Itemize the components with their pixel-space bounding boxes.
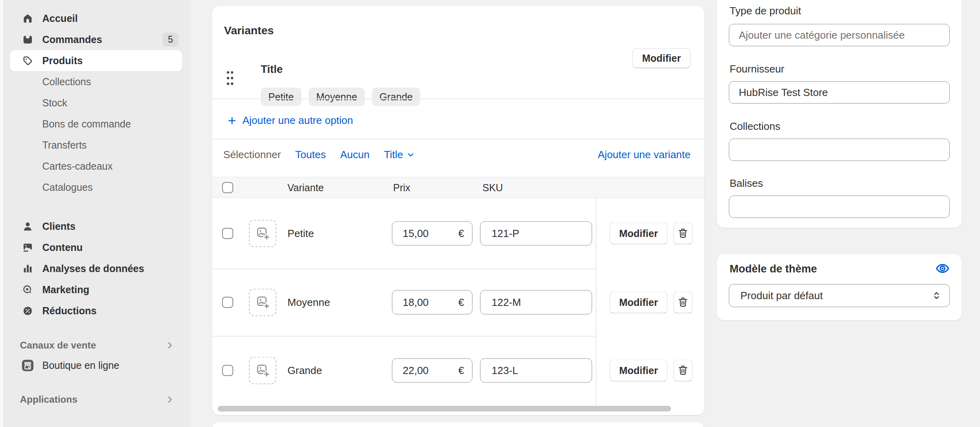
sidebar-item-collections[interactable]: Collections [3, 71, 191, 92]
price-input[interactable] [392, 227, 448, 239]
price-input[interactable] [392, 364, 448, 376]
sidebar-item-commandes[interactable]: Commandes 5 [3, 29, 191, 50]
sidebar-item-boutique-en-ligne[interactable]: Boutique en ligne [3, 353, 191, 377]
chevron-down-icon [406, 151, 415, 159]
add-option-link[interactable]: Ajouter une autre option [227, 114, 353, 127]
sidebar-item-clients[interactable]: Clients [3, 216, 191, 237]
discount-icon [22, 306, 33, 316]
orders-icon [22, 34, 33, 45]
delete-variant-button[interactable] [673, 222, 693, 244]
plus-icon [227, 116, 237, 125]
preview-button[interactable] [934, 260, 951, 277]
tag-icon [22, 55, 33, 66]
person-icon [22, 221, 33, 232]
sidebar-item-bons-de-commande[interactable]: Bons de commande [3, 114, 191, 135]
option-filter-label: Title [384, 149, 403, 161]
product-type-input[interactable] [729, 24, 950, 46]
add-image-placeholder[interactable] [249, 219, 276, 247]
marketing-icon [22, 284, 33, 295]
divider [596, 198, 596, 410]
trash-icon [677, 364, 689, 376]
add-option-label: Ajouter une autre option [242, 114, 353, 127]
sidebar-item-reductions[interactable]: Réductions [3, 300, 191, 321]
price-field: € [392, 221, 472, 245]
option-value-chip: Moyenne [309, 88, 365, 106]
sidebar-item-contenu[interactable]: Contenu [3, 237, 191, 258]
column-header-sku: SKU [482, 182, 503, 193]
eye-icon [935, 261, 950, 276]
sales-channels-header[interactable]: Canaux de vente [3, 337, 191, 353]
price-field: € [392, 290, 472, 314]
option-filter-dropdown[interactable]: Title [384, 149, 415, 161]
tags-input[interactable] [729, 196, 950, 218]
row-checkbox[interactable] [222, 297, 233, 308]
column-header-variant: Variante [287, 182, 324, 193]
option-name: Title [261, 63, 283, 76]
sku-input[interactable] [480, 290, 592, 314]
sidebar-subitem-label: Bons de commande [42, 118, 131, 130]
add-image-placeholder[interactable] [249, 288, 276, 316]
sidebar-subitem-label: Cartes-cadeaux [42, 161, 112, 172]
chevron-right-icon [165, 341, 175, 350]
sidebar-subitem-label: Catalogues [42, 182, 92, 193]
home-icon [22, 13, 33, 24]
select-all-checkbox[interactable] [222, 182, 233, 193]
orders-count-badge: 5 [162, 33, 179, 47]
card-title: Modèle de thème [730, 263, 817, 275]
row-checkbox[interactable] [222, 365, 233, 376]
delete-variant-button[interactable] [673, 291, 693, 313]
table-row: Grande € Modifier [212, 336, 704, 405]
currency-suffix: € [459, 296, 464, 308]
edit-variant-button[interactable]: Modifier [610, 222, 667, 244]
selected-option: Produit par défaut [740, 290, 823, 302]
edit-variant-button[interactable]: Modifier [610, 291, 667, 313]
sidebar-item-label: Marketing [42, 284, 89, 296]
sidebar-subitem-label: Stock [42, 97, 67, 109]
apps-header[interactable]: Applications [3, 392, 191, 407]
select-all-link[interactable]: Toutes [295, 149, 326, 161]
sku-input[interactable] [480, 221, 592, 245]
product-organization-card: Type de produit Fournisseur Collections … [717, 0, 962, 228]
sku-input[interactable] [480, 358, 592, 382]
vendor-input[interactable] [729, 81, 950, 104]
vendor-label: Fournisseur [730, 63, 784, 75]
horizontal-scrollbar[interactable] [218, 406, 671, 411]
select-none-link[interactable]: Aucun [340, 149, 370, 161]
sidebar-item-label: Clients [42, 221, 75, 232]
tags-label: Balises [730, 177, 763, 190]
option-value-chip: Petite [261, 88, 301, 106]
variant-name: Petite [287, 227, 314, 239]
theme-template-card: Modèle de thème Produit par défaut [717, 254, 962, 320]
price-field: € [392, 358, 472, 382]
next-card [212, 422, 704, 427]
price-input[interactable] [392, 296, 448, 308]
edit-option-button[interactable]: Modifier [632, 48, 691, 68]
row-checkbox[interactable] [222, 228, 233, 239]
store-icon [21, 358, 35, 372]
option-value-chip: Grande [372, 88, 420, 106]
chevron-right-icon [165, 395, 175, 404]
select-label: Sélectionner [223, 149, 281, 161]
drag-handle-icon[interactable] [226, 69, 234, 89]
sidebar-item-label: Produits [42, 55, 83, 67]
theme-template-select[interactable]: Produit par défaut [729, 284, 950, 307]
sidebar-item-analyses[interactable]: Analyses de données [3, 258, 191, 279]
sidebar-item-stock[interactable]: Stock [3, 92, 191, 114]
sidebar-item-transferts[interactable]: Transferts [3, 135, 191, 156]
sidebar-item-cartes-cadeaux[interactable]: Cartes-cadeaux [3, 156, 191, 177]
edit-variant-button[interactable]: Modifier [610, 359, 667, 381]
sidebar-item-catalogues[interactable]: Catalogues [3, 177, 191, 198]
trash-icon [677, 296, 689, 308]
sidebar-item-produits[interactable]: Produits [10, 50, 182, 71]
sidebar-subitem-label: Transferts [42, 139, 87, 151]
divider [212, 139, 704, 139]
sidebar-item-label: Accueil [42, 13, 78, 24]
sidebar-item-accueil[interactable]: Accueil [3, 8, 191, 29]
sidebar-item-marketing[interactable]: Marketing [3, 279, 191, 300]
sidebar-item-label: Réductions [42, 305, 96, 317]
collections-input[interactable] [729, 139, 950, 161]
add-variant-link[interactable]: Ajouter une variante [598, 149, 691, 161]
delete-variant-button[interactable] [673, 359, 693, 381]
trash-icon [677, 227, 689, 239]
add-image-placeholder[interactable] [249, 356, 276, 384]
